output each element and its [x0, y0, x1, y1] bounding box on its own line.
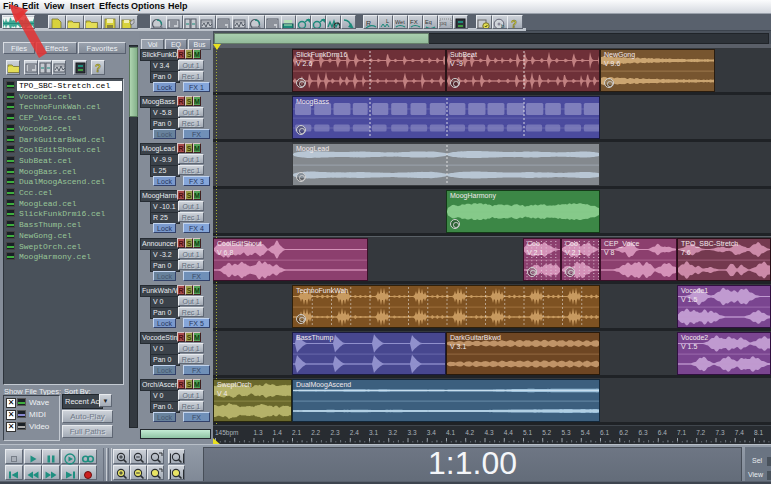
svg-text:?: ? [95, 63, 101, 74]
svg-text:?: ? [511, 19, 517, 29]
svg-text:Eq: Eq [425, 19, 432, 25]
svg-text:b: b [501, 23, 505, 29]
svg-text:FX: FX [410, 19, 418, 25]
svg-text:pq: pq [440, 20, 447, 26]
svg-text:Wet: Wet [395, 19, 405, 25]
svg-text:L: L [386, 18, 389, 24]
